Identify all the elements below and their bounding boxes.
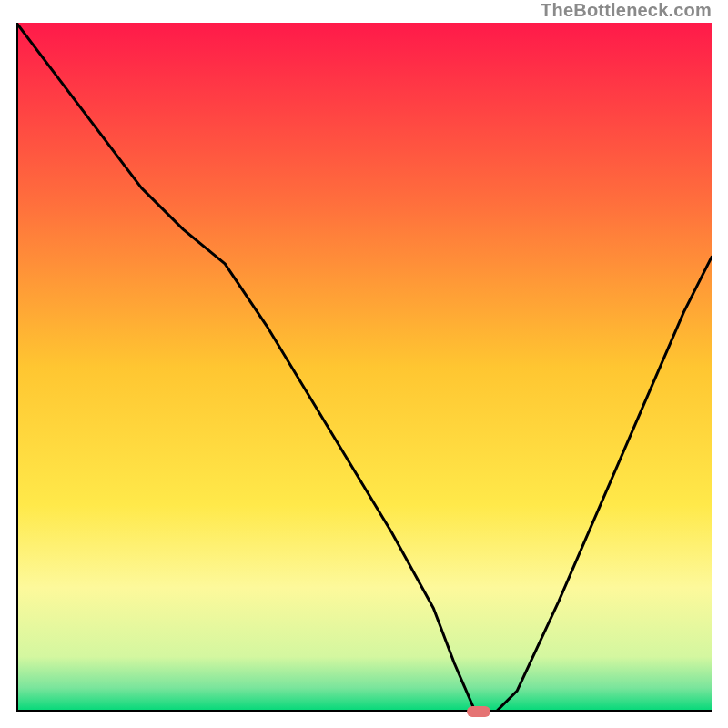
chart-background-gradient <box>16 23 712 712</box>
watermark-text: TheBottleneck.com <box>541 0 712 21</box>
chart-container: TheBottleneck.com <box>0 0 728 728</box>
optimal-point-marker <box>467 706 490 717</box>
chart-plot <box>16 23 712 712</box>
